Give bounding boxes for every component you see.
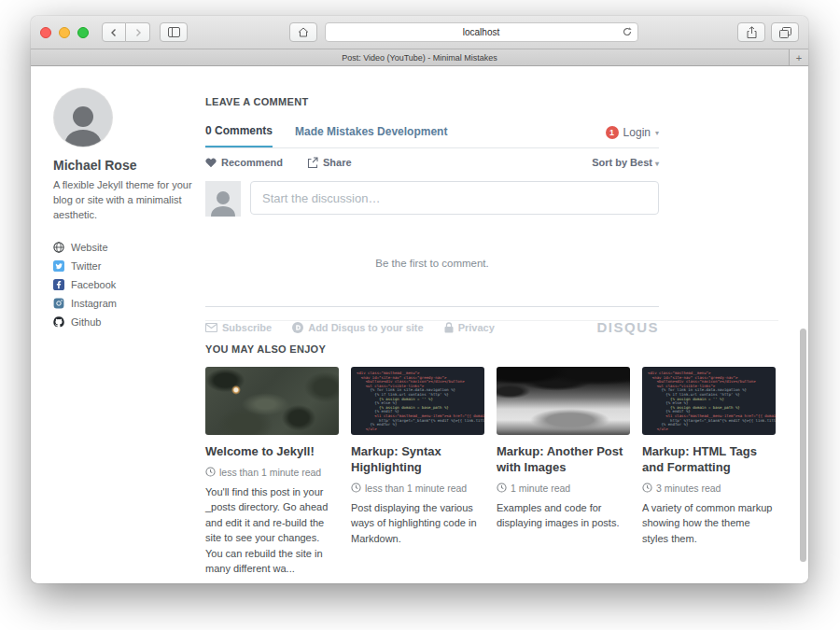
person-icon <box>207 187 239 217</box>
recommend-label: Recommend <box>221 157 283 168</box>
tab-comment-count[interactable]: 0 Comments <box>205 124 273 147</box>
new-tab-button[interactable]: + <box>789 49 808 65</box>
browser-toolbar: localhost <box>31 16 808 49</box>
heart-icon <box>205 158 217 168</box>
clock-icon <box>351 483 361 493</box>
card-thumbnail-code: <div class="masthead__menu"> <nav id="si… <box>351 367 484 435</box>
commenter-avatar <box>205 181 241 217</box>
chevron-right-icon <box>133 28 143 37</box>
tab-community[interactable]: Made Mistakes Development <box>295 125 447 147</box>
share-icon <box>747 26 757 38</box>
disqus-actions: Recommend Share Sort by Best ▾ <box>205 157 659 168</box>
share-box-icon <box>307 157 318 168</box>
tabs-icon <box>779 27 791 38</box>
sort-by-button[interactable]: Sort by Best ▾ <box>592 157 659 168</box>
related-card[interactable]: <div class="masthead__menu"> <nav id="si… <box>642 367 776 577</box>
read-time: 3 minutes read <box>656 483 721 494</box>
notification-badge: 1 <box>606 126 619 139</box>
sidebar-link-label: Instagram <box>71 298 117 309</box>
github-icon <box>53 316 64 328</box>
card-meta: 1 minute read <box>497 483 630 494</box>
code-line: </ul> <box>648 427 770 432</box>
share-button[interactable] <box>737 22 765 42</box>
share-comments-button[interactable]: Share <box>307 157 352 168</box>
card-thumbnail-jekyll <box>205 367 339 435</box>
tabs-overview-button[interactable] <box>771 22 799 42</box>
forward-button[interactable] <box>126 22 150 42</box>
active-tab-title[interactable]: Post: Video (YouTube) - Minimal Mistakes <box>342 53 497 63</box>
chevron-left-icon <box>109 28 119 37</box>
url-text: localhost <box>463 27 499 37</box>
card-excerpt: A variety of common markup showing how t… <box>642 500 776 547</box>
sidebar-item-github[interactable]: Github <box>53 313 195 331</box>
globe-icon <box>53 242 64 253</box>
author-bio: A flexible Jekyll theme for your blog or… <box>53 178 195 223</box>
home-button[interactable] <box>289 22 317 42</box>
comment-compose <box>205 181 659 217</box>
card-title[interactable]: Markup: Another Post with Images <box>497 444 630 476</box>
related-card[interactable]: <div class="masthead__menu"> <nav id="si… <box>351 367 484 577</box>
share-label: Share <box>323 157 352 168</box>
author-links: Website Twitter Facebook <box>53 238 195 331</box>
close-window-button[interactable] <box>40 27 51 38</box>
recommend-button[interactable]: Recommend <box>205 157 283 168</box>
toolbar-right-buttons <box>737 22 799 42</box>
person-icon <box>57 98 109 147</box>
back-button[interactable] <box>102 22 126 42</box>
sidebar-toggle-button[interactable] <box>160 22 188 42</box>
empty-state-text: Be the first to comment. <box>205 258 659 269</box>
related-posts-section: YOU MAY ALSO ENJOY Welcome to Jekyll! le… <box>205 320 778 577</box>
sidebar-item-twitter[interactable]: Twitter <box>53 257 195 275</box>
card-meta: 3 minutes read <box>642 483 776 494</box>
chevron-down-icon: ▾ <box>655 129 659 137</box>
card-title[interactable]: Markup: HTML Tags and Formatting <box>642 444 776 476</box>
card-thumbnail-fog <box>497 367 630 435</box>
sidebar-link-label: Facebook <box>71 279 116 290</box>
browser-window: localhost Post: <box>31 16 808 583</box>
author-avatar <box>54 89 112 147</box>
author-sidebar: Michael Rose A flexible Jekyll theme for… <box>53 89 195 331</box>
sidebar-item-website[interactable]: Website <box>53 238 195 257</box>
screenshot: localhost Post: <box>0 0 840 630</box>
card-title[interactable]: Welcome to Jekyll! <box>205 444 339 460</box>
related-cards: Welcome to Jekyll! less than 1 minute re… <box>205 367 778 577</box>
address-bar[interactable]: localhost <box>325 22 638 42</box>
chevron-down-icon: ▾ <box>655 160 659 168</box>
comment-input[interactable] <box>250 181 659 215</box>
disqus-tabs: 0 Comments Made Mistakes Development 1 L… <box>205 124 659 148</box>
code-line: </ul> <box>357 427 479 432</box>
card-excerpt: Examples and code for displaying images … <box>497 500 630 531</box>
refresh-icon[interactable] <box>622 26 633 37</box>
home-icon <box>298 27 309 37</box>
read-time: 1 minute read <box>511 483 570 494</box>
card-thumbnail-code: <div class="masthead__menu"> <nav id="si… <box>642 367 776 435</box>
card-excerpt: Post displaying the various ways of high… <box>351 500 484 547</box>
facebook-icon <box>53 279 64 290</box>
nav-buttons <box>102 22 150 42</box>
related-card[interactable]: Welcome to Jekyll! less than 1 minute re… <box>205 367 339 577</box>
zoom-window-button[interactable] <box>77 27 89 38</box>
card-title[interactable]: Markup: Syntax Highlighting <box>351 444 484 476</box>
window-controls <box>40 27 89 38</box>
clock-icon <box>205 467 216 477</box>
author-name: Michael Rose <box>53 158 195 173</box>
clock-icon <box>642 483 652 493</box>
read-time: less than 1 minute read <box>365 483 467 494</box>
comments-section: LEAVE A COMMENT 0 Comments Made Mistakes… <box>205 96 659 335</box>
sidebar-link-label: Github <box>71 316 101 328</box>
twitter-icon <box>53 260 64 272</box>
comments-heading: LEAVE A COMMENT <box>205 96 659 107</box>
tab-bar: Post: Video (YouTube) - Minimal Mistakes… <box>31 49 808 66</box>
sidebar-item-instagram[interactable]: Instagram <box>53 294 195 313</box>
card-meta: less than 1 minute read <box>205 467 339 478</box>
minimize-window-button[interactable] <box>59 27 70 38</box>
instagram-icon <box>53 298 64 309</box>
related-card[interactable]: Markup: Another Post with Images 1 minut… <box>497 367 630 577</box>
login-button[interactable]: 1 Login ▾ <box>606 126 659 147</box>
sidebar-icon <box>168 27 180 37</box>
clock-icon <box>497 483 507 493</box>
scrollbar-thumb[interactable] <box>800 329 806 562</box>
page-content: Michael Rose A flexible Jekyll theme for… <box>31 66 808 582</box>
sidebar-item-facebook[interactable]: Facebook <box>53 275 195 294</box>
read-time: less than 1 minute read <box>219 467 321 478</box>
